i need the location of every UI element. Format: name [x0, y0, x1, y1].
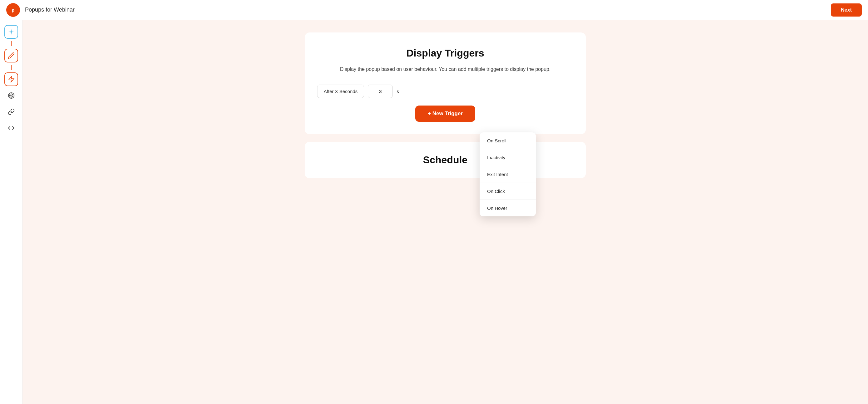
- trigger-unit-label: s: [397, 89, 399, 94]
- layout: Display Triggers Display the popup based…: [0, 20, 868, 404]
- dropdown-item-on-click[interactable]: On Click: [479, 183, 536, 200]
- new-trigger-button[interactable]: + New Trigger: [415, 105, 475, 122]
- main-content: Display Triggers Display the popup based…: [23, 20, 868, 404]
- svg-text:p: p: [12, 8, 14, 12]
- trigger-dropdown: On Scroll Inactivity Exit Intent On Clic…: [479, 132, 536, 216]
- page-title: Popups for Webinar: [25, 6, 75, 13]
- connector-2: [11, 65, 11, 70]
- sidebar-item-sparkle[interactable]: [4, 25, 18, 39]
- sidebar: [0, 20, 23, 404]
- dropdown-item-inactivity[interactable]: Inactivity: [479, 149, 536, 166]
- display-triggers-card: Display Triggers Display the popup based…: [305, 32, 586, 134]
- trigger-value-input[interactable]: [368, 85, 393, 98]
- display-triggers-title: Display Triggers: [317, 47, 574, 59]
- sidebar-item-pen[interactable]: [4, 49, 18, 62]
- next-button[interactable]: Next: [831, 3, 862, 16]
- logo: p: [6, 3, 20, 17]
- header-left: p Popups for Webinar: [6, 3, 75, 17]
- sidebar-item-code[interactable]: [4, 121, 18, 135]
- dropdown-item-on-scroll[interactable]: On Scroll: [479, 132, 536, 149]
- display-triggers-description: Display the popup based on user behaviou…: [317, 65, 574, 73]
- sidebar-item-target[interactable]: [4, 89, 18, 102]
- svg-point-3: [9, 94, 13, 97]
- dropdown-item-on-hover[interactable]: On Hover: [479, 200, 536, 216]
- sidebar-item-link[interactable]: [4, 105, 18, 119]
- dropdown-item-exit-intent[interactable]: Exit Intent: [479, 166, 536, 183]
- trigger-type-label: After X Seconds: [317, 85, 364, 98]
- svg-point-4: [11, 95, 12, 96]
- connector-1: [11, 41, 11, 46]
- sidebar-item-trigger[interactable]: [4, 72, 18, 86]
- trigger-row: After X Seconds s: [317, 85, 574, 98]
- header: p Popups for Webinar Next: [0, 0, 868, 20]
- schedule-card: Schedule: [305, 142, 586, 178]
